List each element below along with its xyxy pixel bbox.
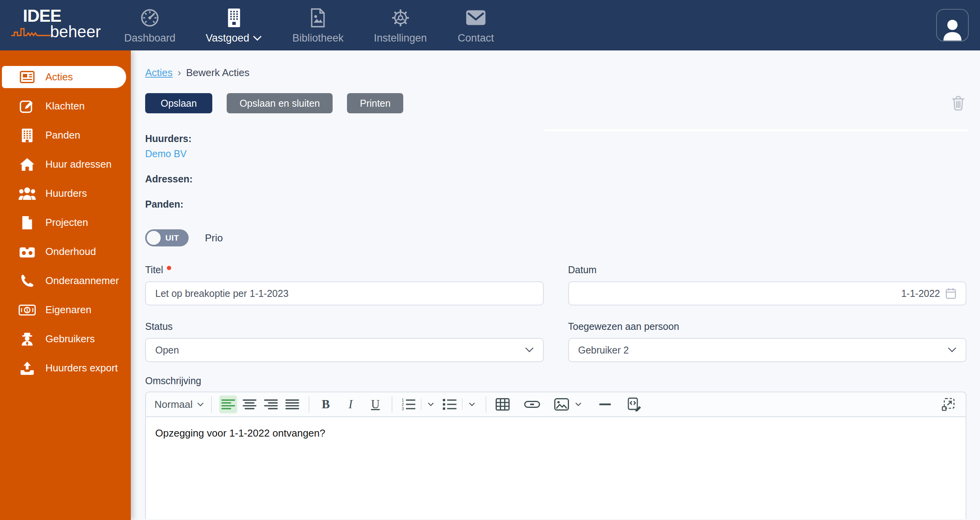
italic-button[interactable]: I xyxy=(342,395,359,413)
maximize-icon xyxy=(941,397,956,412)
datum-input[interactable]: 1-1-2022 xyxy=(568,281,967,305)
app-logo[interactable]: IDEE beheer xyxy=(0,0,131,50)
nav-item-bibliotheek[interactable]: Bibliotheek xyxy=(292,7,343,44)
nav-item-contact[interactable]: Contact xyxy=(457,7,494,44)
titel-field: Titel xyxy=(145,264,544,305)
sidebar-item-label: Huur adressen xyxy=(45,158,112,170)
omschrijving-label: Omschrijving xyxy=(145,375,966,387)
maximize-button[interactable] xyxy=(939,395,957,413)
prio-toggle[interactable]: UIT xyxy=(145,229,189,246)
nav-item-dashboard[interactable]: Dashboard xyxy=(124,7,175,44)
svg-text:1: 1 xyxy=(26,308,29,312)
sidebar-item-label: Huurders export xyxy=(45,362,118,374)
sidebar-item-onderaannemer[interactable]: Onderaannemer xyxy=(0,266,131,295)
sidebar-item-huur-adressen[interactable]: Huur adressen xyxy=(0,150,131,179)
breadcrumb-current: Bewerk Acties xyxy=(186,67,249,79)
file-icon xyxy=(18,215,36,230)
print-button[interactable]: Printen xyxy=(347,93,403,113)
form-grid: Titel Datum 1-1-2022 xyxy=(145,264,966,362)
ordered-list-button[interactable]: 1 2 3 xyxy=(400,395,418,413)
editor-content[interactable]: Opzegging voor 1-1-2022 ontvangen? xyxy=(145,417,966,519)
sidebar-item-gebruikers[interactable]: Gebruikers xyxy=(0,324,131,354)
toegewezen-value: Gebruiker 2 xyxy=(578,345,629,356)
banknote-icon: 1 xyxy=(18,305,36,315)
chevron-down-icon xyxy=(575,402,581,406)
chevron-down-icon xyxy=(469,402,475,406)
align-left-button[interactable] xyxy=(219,395,237,413)
status-field: Status Open xyxy=(145,321,544,362)
align-center-icon xyxy=(243,399,257,410)
rich-text-editor: Normaal xyxy=(145,392,966,519)
sidebar-item-acties[interactable]: Acties xyxy=(2,66,126,88)
panden-label: Panden: xyxy=(145,199,966,210)
main-content: Acties › Bewerk Acties Opslaan Opslaan e… xyxy=(131,50,980,520)
table-icon xyxy=(496,398,510,411)
sidebar-item-eigenaren[interactable]: 1 Eigenaren xyxy=(0,295,131,324)
align-left-icon xyxy=(221,399,235,410)
underline-button[interactable]: U xyxy=(366,395,384,413)
building-icon xyxy=(225,7,243,29)
bold-button[interactable]: B xyxy=(317,395,335,413)
sidebar-item-label: Klachten xyxy=(45,100,85,112)
status-select[interactable]: Open xyxy=(145,338,544,362)
sidebar-item-onderhoud[interactable]: Onderhoud xyxy=(0,237,131,266)
sidebar-item-label: Onderhoud xyxy=(45,246,96,258)
bullet-list-dropdown[interactable] xyxy=(466,395,478,413)
toggle-knob xyxy=(147,231,161,245)
sidebar-item-projecten[interactable]: Projecten xyxy=(0,208,131,237)
align-justify-button[interactable] xyxy=(283,395,301,413)
home-icon xyxy=(18,158,36,172)
prio-row: UIT Prio xyxy=(145,229,966,246)
sidebar-item-label: Gebruikers xyxy=(45,333,95,345)
adressen-label: Adressen: xyxy=(145,173,966,185)
insert-table-button[interactable] xyxy=(494,395,512,413)
insert-image-dropdown[interactable] xyxy=(572,395,585,413)
sidebar-item-label: Eigenaren xyxy=(45,304,92,316)
save-button[interactable]: Opslaan xyxy=(145,93,212,113)
nav-label: Vastgoed xyxy=(206,32,249,44)
save-and-close-button[interactable]: Opslaan en sluiten xyxy=(227,93,333,113)
nav-item-instellingen[interactable]: Instellingen xyxy=(374,7,427,44)
trash-icon[interactable] xyxy=(951,95,965,111)
sidebar-item-klachten[interactable]: Klachten xyxy=(0,92,131,121)
user-avatar-button[interactable] xyxy=(936,9,969,42)
user-icon xyxy=(940,17,964,41)
sidebar-item-huurders[interactable]: Huurders xyxy=(0,179,131,208)
align-right-button[interactable] xyxy=(262,395,280,413)
italic-icon: I xyxy=(349,397,352,411)
chevron-down-icon xyxy=(428,402,434,406)
align-center-button[interactable] xyxy=(241,395,258,413)
titel-input[interactable] xyxy=(145,281,544,305)
paragraph-style-dropdown[interactable]: Normaal xyxy=(154,399,204,411)
toolbox-icon xyxy=(18,246,36,258)
sidebar-item-panden[interactable]: Panden xyxy=(0,121,131,150)
sidebar-item-label: Onderaannemer xyxy=(45,275,119,287)
toegewezen-label: Toegewezen aan persoon xyxy=(568,321,967,332)
bullet-list-button[interactable] xyxy=(441,395,459,413)
chevron-down-icon xyxy=(948,347,956,353)
source-edit-button[interactable] xyxy=(626,395,644,413)
source-edit-icon xyxy=(627,397,642,411)
huurder-link[interactable]: Demo BV xyxy=(145,148,187,159)
datum-field: Datum 1-1-2022 xyxy=(568,264,967,305)
nav-label: Contact xyxy=(458,32,494,44)
nav-label: Bibliotheek xyxy=(292,32,343,44)
link-icon xyxy=(524,400,540,409)
status-label: Status xyxy=(145,321,544,332)
horizontal-rule-button[interactable] xyxy=(596,395,614,413)
pencil-square-icon xyxy=(18,99,36,114)
align-justify-icon xyxy=(285,399,299,410)
chevron-down-icon xyxy=(525,347,534,353)
insert-link-button[interactable] xyxy=(523,395,541,413)
breadcrumb-link-acties[interactable]: Acties xyxy=(145,67,173,79)
logo-subtitle: beheer xyxy=(50,24,101,40)
speedometer-icon xyxy=(140,7,160,29)
phone-icon xyxy=(18,274,36,288)
toegewezen-select[interactable]: Gebruiker 2 xyxy=(568,338,967,362)
sidebar-item-huurders-export[interactable]: Huurders export xyxy=(0,354,131,383)
insert-image-button[interactable] xyxy=(553,395,571,413)
ordered-list-dropdown[interactable] xyxy=(425,395,437,413)
huurders-label: Huurders: xyxy=(145,133,966,144)
align-right-icon xyxy=(264,399,278,410)
nav-item-vastgoed[interactable]: Vastgoed xyxy=(206,7,262,44)
